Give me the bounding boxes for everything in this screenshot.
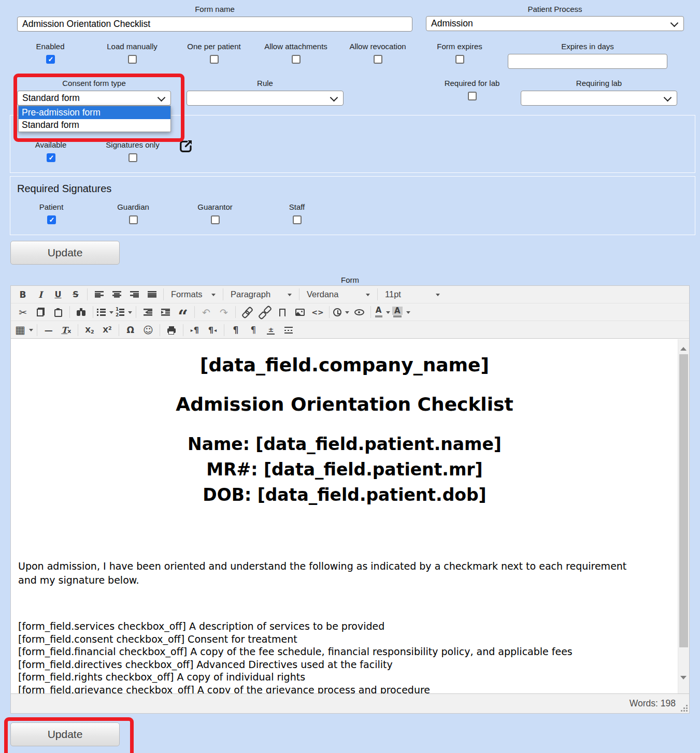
insert-image-button[interactable] (292, 305, 308, 320)
consent-form-type-select[interactable]: Standard form (17, 91, 171, 106)
checkbox-load-manually[interactable] (128, 55, 137, 64)
dropdown-caret-icon (288, 294, 292, 298)
subscript-button[interactable] (82, 323, 97, 337)
patient-process-value: Admission (431, 18, 473, 29)
blockquote-icon (178, 307, 188, 318)
remove-link-button[interactable] (257, 305, 273, 320)
undo-button[interactable] (198, 305, 214, 320)
table-button[interactable] (15, 323, 33, 337)
checkbox-form-expires[interactable] (455, 55, 464, 64)
align-right-icon (130, 291, 139, 298)
editor-checklist-line: [form_field.services checkbox_off] A des… (18, 620, 671, 633)
emoticons-button[interactable] (140, 323, 156, 337)
requiring-lab-label: Requiring lab (521, 79, 677, 88)
update-button-top[interactable]: Update (10, 241, 120, 265)
checkbox-guardian[interactable] (129, 215, 138, 224)
scrollbar-up-arrow-icon[interactable] (680, 344, 687, 351)
update-button-bottom[interactable]: Update (10, 722, 120, 746)
checkbox-allow-revocation[interactable] (374, 55, 382, 64)
form-name-input[interactable] (17, 17, 412, 32)
print-button[interactable] (164, 323, 179, 337)
page-break-icon (284, 327, 293, 334)
form-editor-page: Form name Patient Process Admission Enab… (0, 0, 700, 753)
consent-option-pre-admission-form[interactable]: Pre-admission form (19, 106, 170, 119)
nonbreaking-space-button[interactable] (263, 323, 279, 337)
editor-scrollbar[interactable] (678, 339, 689, 694)
numbered-list-button[interactable] (116, 305, 132, 320)
checkbox-signatures-only[interactable] (128, 153, 137, 162)
background-color-button[interactable] (392, 305, 410, 320)
checkbox-enabled[interactable] (46, 55, 55, 64)
editor-patient-block: Name: [data_field.patient.name]MR#: [dat… (18, 431, 671, 508)
superscript-button[interactable] (99, 323, 115, 337)
formats-button[interactable]: Formats (167, 287, 219, 302)
align-right-button[interactable] (126, 287, 142, 302)
clear-formatting-icon (61, 325, 71, 335)
consent-form-type-value: Standard form (22, 93, 80, 104)
form-flags-row: EnabledLoad manuallyOne per patientAllow… (9, 42, 501, 64)
blockquote-button[interactable] (175, 305, 191, 320)
nonbreaking-space-icon (267, 326, 275, 335)
paste-button[interactable] (50, 305, 66, 320)
insert-datetime-button[interactable] (333, 305, 349, 320)
preview-button[interactable] (351, 305, 367, 320)
italic-button[interactable] (33, 287, 48, 302)
undo-icon (202, 307, 210, 318)
checkbox-required-for-lab[interactable] (468, 92, 477, 100)
clear-formatting-button[interactable] (59, 323, 74, 337)
text-color-button[interactable] (375, 305, 390, 320)
underline-button[interactable] (50, 287, 66, 302)
requiring-lab-select[interactable] (521, 91, 677, 106)
font-family-button[interactable]: Verdana (303, 287, 374, 302)
cut-button[interactable] (15, 305, 31, 320)
scrollbar-thumb[interactable] (679, 354, 688, 647)
copy-button[interactable] (33, 305, 48, 320)
source-code-button[interactable] (310, 305, 325, 320)
form-expires-label: Form expires (437, 42, 482, 51)
rule-select[interactable] (187, 91, 344, 106)
toolbar-separator (163, 288, 164, 300)
align-left-button[interactable] (91, 287, 107, 302)
align-justify-button[interactable] (144, 287, 160, 302)
show-invisibles-button[interactable] (228, 323, 244, 337)
font-size-button[interactable]: 11pt (381, 287, 444, 302)
align-center-button[interactable] (109, 287, 124, 302)
show-blocks-button[interactable] (246, 323, 261, 337)
scrollbar-down-arrow-icon[interactable] (680, 676, 687, 683)
flag-allow-revocation: Allow revocation (337, 42, 419, 64)
paragraph-format-button[interactable]: Paragraph (227, 287, 295, 302)
checkbox-staff[interactable] (293, 215, 302, 224)
patient-process-select[interactable]: Admission (426, 16, 684, 31)
expires-in-days-input[interactable] (508, 54, 667, 69)
rtl-button[interactable] (205, 323, 220, 337)
toolbar-row-1: FormatsParagraphVerdana11pt (11, 286, 689, 303)
checkbox-one-per-patient[interactable] (210, 55, 219, 64)
redo-button[interactable] (216, 305, 232, 320)
export-form-button[interactable] (178, 138, 194, 154)
increase-indent-button[interactable] (158, 305, 173, 320)
horizontal-rule-button[interactable] (41, 323, 56, 337)
find-replace-button[interactable] (74, 305, 89, 320)
checkbox-available[interactable] (47, 153, 55, 162)
anchor-button[interactable] (275, 305, 290, 320)
toolbar-separator (93, 306, 93, 318)
toolbar-separator (78, 324, 78, 336)
insert-link-button[interactable] (239, 305, 255, 320)
checkbox-allow-attachments[interactable] (292, 55, 301, 64)
resize-grip-icon[interactable] (686, 710, 688, 712)
editor-content-area[interactable]: [data_field.company_name]Admission Orien… (11, 339, 678, 694)
bullet-list-button[interactable] (97, 305, 113, 320)
consent-option-standard-form[interactable]: Standard form (19, 119, 170, 132)
strikethrough-button[interactable] (68, 287, 83, 302)
checkbox-patient[interactable] (47, 215, 56, 224)
ltr-button[interactable] (187, 323, 203, 337)
rtl-icon (208, 325, 217, 335)
bold-button[interactable] (15, 287, 31, 302)
dropdown-caret-icon (406, 311, 410, 316)
decrease-indent-button[interactable] (140, 305, 155, 320)
horizontal-rule-icon (45, 325, 53, 335)
print-icon (167, 328, 176, 333)
checkbox-guarantor[interactable] (211, 215, 220, 224)
page-break-button[interactable] (281, 323, 296, 337)
special-character-button[interactable] (123, 323, 138, 337)
